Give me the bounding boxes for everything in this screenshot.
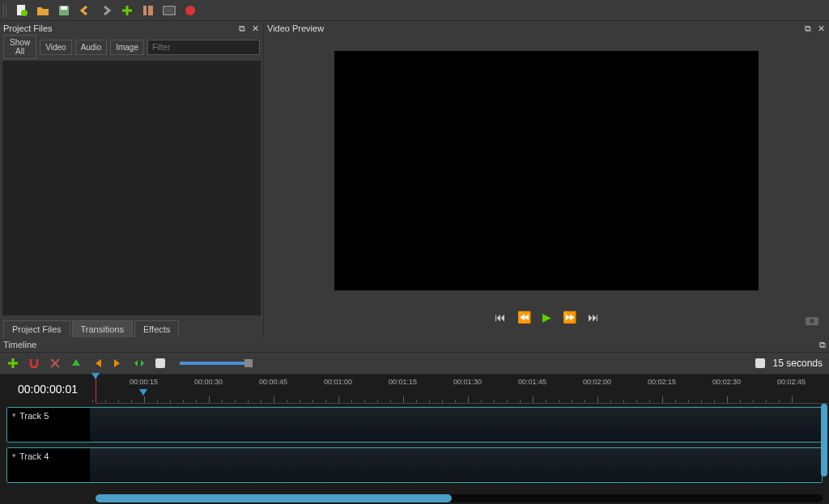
video-preview-header: Video Preview ⧉ ✕ (264, 21, 829, 36)
add-track-icon[interactable] (6, 357, 19, 370)
import-files-icon[interactable] (120, 3, 134, 18)
video-preview-canvas[interactable] (334, 51, 759, 290)
track-lane[interactable] (90, 408, 822, 442)
svg-point-1 (21, 10, 28, 16)
project-files-list[interactable] (2, 61, 261, 316)
filter-image-button[interactable]: Image (110, 40, 144, 55)
undo-icon[interactable] (78, 3, 92, 18)
toolbar-grip (3, 3, 8, 18)
track-label[interactable]: Track 5 (7, 408, 90, 442)
ruler-tick-label: 00:02:30 (712, 378, 741, 386)
track-lane[interactable] (90, 448, 822, 482)
timeline-toolbar: 15 seconds (0, 352, 829, 375)
snap-icon[interactable] (28, 357, 40, 370)
detach-timeline-icon[interactable]: ⧉ (819, 340, 826, 350)
ruler-tick-label: 00:00:30 (194, 378, 223, 386)
add-marker-icon[interactable] (70, 357, 83, 370)
timeline-horizontal-scroll (0, 494, 829, 504)
playhead-timecode: 00:00:00:01 (0, 375, 96, 404)
svg-point-8 (185, 6, 195, 15)
ruler-tick-label: 00:01:45 (518, 378, 546, 386)
zoom-lock-checkbox[interactable] (755, 358, 765, 368)
filter-input[interactable] (147, 40, 260, 55)
timeline-track[interactable]: Track 5 (6, 407, 823, 443)
timeline-title: Timeline (3, 340, 36, 349)
filter-video-button[interactable]: Video (40, 40, 71, 55)
save-project-icon[interactable] (57, 3, 71, 18)
close-preview-icon[interactable]: ✕ (816, 23, 826, 33)
ruler-tick-label: 00:00:45 (259, 378, 287, 386)
project-tabs: Project Files Transitions Effects (0, 318, 263, 337)
filter-show-all-button[interactable]: Show All (3, 35, 36, 59)
track-label[interactable]: Track 4 (7, 448, 90, 482)
project-files-header: Project Files ⧉ ✕ (0, 21, 263, 36)
zoom-slider[interactable] (180, 362, 253, 365)
razor-icon[interactable] (49, 357, 62, 370)
svg-rect-7 (165, 8, 173, 13)
timeline-horizontal-scrollbar[interactable] (96, 494, 823, 502)
previous-marker-icon[interactable] (91, 357, 104, 370)
ruler-tick-label: 00:00:15 (130, 378, 158, 386)
timeline-ruler-row: 00:00:00:01 00:00:1500:00:3000:00:4500:0… (0, 375, 829, 404)
fast-forward-icon[interactable]: ⏩ (563, 311, 576, 324)
video-preview-title: Video Preview (267, 23, 324, 33)
svg-point-10 (810, 319, 814, 324)
timeline-vertical-scrollbar[interactable] (821, 404, 827, 476)
panel-resize-handle[interactable]: ······ (264, 329, 829, 337)
new-project-icon[interactable] (15, 3, 29, 18)
timeline-header: Timeline ⧉ (0, 337, 829, 352)
preview-area (264, 36, 829, 305)
timeline-ruler[interactable]: 00:00:1500:00:3000:00:4500:01:0000:01:15… (96, 375, 829, 404)
jump-end-icon[interactable]: ⏭ (588, 311, 599, 324)
svg-rect-4 (143, 6, 147, 15)
ruler-tick-label: 00:02:15 (648, 378, 676, 386)
ruler-tick-label: 00:02:00 (583, 378, 611, 386)
svg-rect-5 (148, 6, 153, 15)
center-playhead-icon[interactable] (133, 357, 146, 370)
jump-start-icon[interactable]: ⏮ (495, 311, 506, 324)
ruler-tick-label: 00:01:15 (389, 378, 417, 386)
project-files-title: Project Files (3, 23, 53, 33)
detach-preview-icon[interactable]: ⧉ (803, 23, 813, 33)
ruler-tick-label: 00:02:45 (777, 378, 806, 386)
tab-project-files[interactable]: Project Files (3, 320, 70, 337)
ruler-tick-label: 00:01:00 (324, 378, 352, 386)
project-files-panel: Project Files ⧉ ✕ Show All Video Audio I… (0, 21, 264, 337)
timeline-body: 00:00:00:01 00:00:1500:00:3000:00:4500:0… (0, 375, 829, 504)
profile-icon[interactable] (141, 3, 155, 18)
play-icon[interactable]: ▶ (542, 311, 551, 324)
redo-icon[interactable] (99, 3, 113, 18)
timeline-marker[interactable] (139, 389, 147, 396)
next-marker-icon[interactable] (112, 357, 125, 370)
filter-audio-button[interactable]: Audio (75, 40, 108, 55)
zoom-label: 15 seconds (773, 358, 823, 369)
fullscreen-icon[interactable] (162, 3, 176, 18)
timeline-track[interactable]: Track 4 (6, 447, 823, 483)
timeline-tracks: Track 5Track 4 (0, 404, 829, 494)
tab-effects[interactable]: Effects (134, 320, 179, 337)
zoom-checkbox[interactable] (154, 357, 167, 370)
main-toolbar (0, 0, 829, 21)
export-icon[interactable] (183, 3, 198, 18)
playhead[interactable] (96, 375, 96, 403)
main-content: Project Files ⧉ ✕ Show All Video Audio I… (0, 21, 829, 337)
ruler-tick-label: 00:01:30 (453, 378, 482, 386)
tab-transitions[interactable]: Transitions (72, 320, 133, 337)
project-files-filter-bar: Show All Video Audio Image (0, 36, 263, 58)
video-preview-panel: Video Preview ⧉ ✕ ⏮ ⏪ ▶ ⏩ ⏭ ······ (264, 21, 829, 337)
detach-panel-icon[interactable]: ⧉ (237, 23, 247, 33)
rewind-icon[interactable]: ⏪ (517, 311, 531, 324)
playback-controls: ⏮ ⏪ ▶ ⏩ ⏭ (264, 305, 829, 329)
open-project-icon[interactable] (36, 3, 50, 18)
close-panel-icon[interactable]: ✕ (250, 23, 260, 33)
svg-rect-3 (61, 6, 67, 10)
snapshot-icon[interactable] (805, 315, 819, 326)
